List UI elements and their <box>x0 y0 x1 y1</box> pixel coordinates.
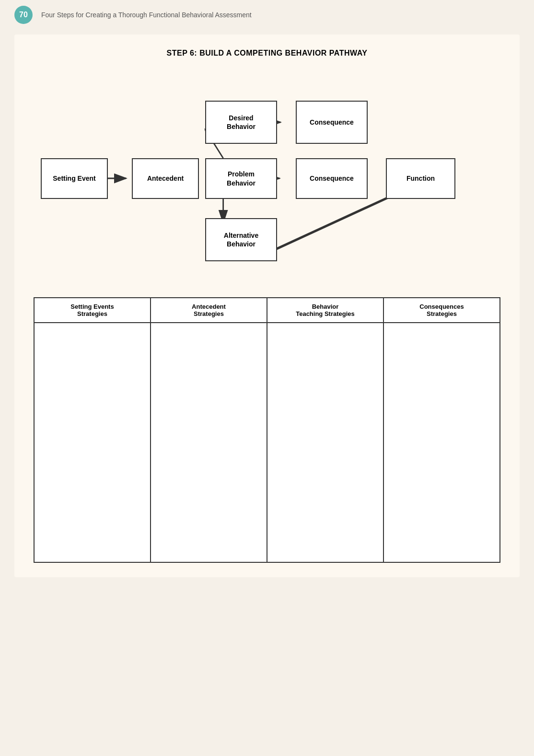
box-desired-behavior: DesiredBehavior <box>205 101 277 144</box>
box-function: Function <box>386 158 455 199</box>
main-content: STEP 6: BUILD A COMPETING BEHAVIOR PATHW… <box>14 35 520 577</box>
step-title: STEP 6: BUILD A COMPETING BEHAVIOR PATHW… <box>34 49 500 58</box>
box-setting-event: Setting Event <box>41 158 108 199</box>
cell-setting-events <box>34 323 151 562</box>
col-header-consequences: ConsequencesStrategies <box>383 298 500 323</box>
table-header-row: Setting EventsStrategies AntecedentStrat… <box>34 298 500 323</box>
box-consequence-top: Consequence <box>296 101 368 144</box>
box-problem-behavior: ProblemBehavior <box>205 158 277 199</box>
table-row <box>34 323 500 562</box>
col-header-setting-events: Setting EventsStrategies <box>34 298 151 323</box>
strategy-table: Setting EventsStrategies AntecedentStrat… <box>34 297 500 563</box>
box-alternative-behavior: AlternativeBehavior <box>205 218 277 261</box>
box-consequence-middle: Consequence <box>296 158 368 199</box>
cell-consequences <box>383 323 500 562</box>
col-header-antecedent: AntecedentStrategies <box>151 298 267 323</box>
cell-behavior <box>267 323 383 562</box>
cell-antecedent <box>151 323 267 562</box>
page-header: 70 Four Steps for Creating a Thorough Fu… <box>0 0 534 30</box>
col-header-behavior: BehaviorTeaching Strategies <box>267 298 383 323</box>
diagram-container: Setting Event Antecedent DesiredBehavior… <box>34 77 500 278</box>
page-number: 70 <box>14 6 33 24</box>
header-title: Four Steps for Creating a Thorough Funct… <box>41 11 252 19</box>
box-antecedent: Antecedent <box>132 158 199 199</box>
